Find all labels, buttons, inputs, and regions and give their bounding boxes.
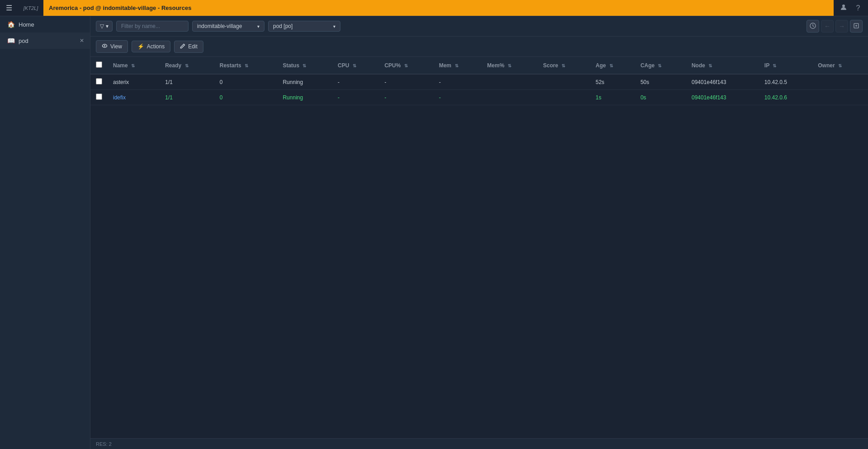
cell-ip: 10.42.0.5: [759, 74, 812, 90]
header-ip[interactable]: IP ⇅: [759, 57, 812, 74]
row-checkbox-0[interactable]: [96, 78, 102, 84]
cell-restarts: 0: [214, 74, 278, 90]
header-score[interactable]: Score ⇅: [538, 57, 590, 74]
toolbar: ▽ ▾ indomitable-village ▾ pod [po] ▾: [90, 16, 868, 37]
profile-icon: [840, 4, 847, 13]
help-button[interactable]: ?: [852, 2, 864, 14]
cell-owner: [812, 90, 868, 105]
cell-name: asterix: [108, 74, 160, 90]
sidebar: 🏠 Home 📖 pod ✕: [0, 16, 90, 449]
sidebar-pod-label: pod: [19, 37, 28, 44]
cell-mem-pct: [482, 74, 538, 90]
cell-cage: 50s: [635, 74, 686, 90]
home-icon: 🏠: [7, 21, 15, 28]
pods-table: Name ⇅ Ready ⇅ Restarts ⇅ Status ⇅ CPU ⇅…: [90, 57, 868, 105]
header-status[interactable]: Status ⇅: [277, 57, 332, 74]
header-mem[interactable]: Mem ⇅: [434, 57, 482, 74]
svg-point-0: [842, 5, 845, 7]
book-icon: 📖: [7, 37, 15, 44]
view-button[interactable]: View: [96, 40, 128, 53]
toolbar-right: ← →: [807, 20, 863, 33]
cell-cpu-pct: -: [379, 74, 434, 90]
cell-cpu-pct: -: [379, 90, 434, 105]
topbar-actions: ?: [834, 2, 868, 14]
actions-button[interactable]: ⚡ Actions: [132, 41, 170, 52]
cell-restarts: 0: [214, 90, 278, 105]
clock-button[interactable]: [807, 20, 819, 33]
edit-icon: [180, 43, 185, 50]
sidebar-home-label: Home: [19, 21, 34, 28]
header-node[interactable]: Node ⇅: [686, 57, 759, 74]
view-icon: [102, 43, 108, 50]
cell-ip: 10.42.0.6: [759, 90, 812, 105]
namespace-dropdown[interactable]: indomitable-village ▾: [192, 21, 264, 32]
cell-mem: -: [434, 90, 482, 105]
cell-node: 09401e46f143: [686, 74, 759, 90]
edit-label: Edit: [188, 43, 198, 50]
forward-button[interactable]: →: [835, 20, 848, 33]
filter-chevron: ▾: [106, 23, 108, 29]
cell-status: Running: [277, 74, 332, 90]
cell-name[interactable]: idefix: [108, 90, 160, 105]
filter-input[interactable]: [116, 21, 189, 32]
table-row: asterix 1/1 0 Running - - - 52s 50s 0940…: [90, 74, 868, 90]
sidebar-item-home[interactable]: 🏠 Home: [0, 16, 90, 33]
cell-cpu: -: [332, 90, 379, 105]
header-age[interactable]: Age ⇅: [590, 57, 635, 74]
select-all-checkbox[interactable]: [96, 61, 102, 68]
svg-point-6: [104, 45, 105, 47]
row-checkbox-1[interactable]: [96, 94, 102, 100]
back-button[interactable]: ←: [821, 20, 834, 33]
row-checkbox-cell[interactable]: [90, 74, 108, 90]
cell-node: 09401e46f143: [686, 90, 759, 105]
filter-toggle-button[interactable]: ▽ ▾: [96, 21, 113, 32]
header-owner[interactable]: Owner ⇅: [812, 57, 868, 74]
table-header-row: Name ⇅ Ready ⇅ Restarts ⇅ Status ⇅ CPU ⇅…: [90, 57, 868, 74]
app-logo: [KT2L]: [18, 5, 43, 11]
cell-ready: 1/1: [160, 90, 214, 105]
namespace-chevron-icon: ▾: [257, 24, 259, 29]
cell-cpu: -: [332, 74, 379, 90]
header-ready[interactable]: Ready ⇅: [160, 57, 214, 74]
profile-button[interactable]: [837, 2, 850, 14]
actions-icon: ⚡: [137, 43, 144, 50]
cell-cage: 0s: [635, 90, 686, 105]
menu-button[interactable]: ☰: [0, 4, 18, 12]
table-container: Name ⇅ Ready ⇅ Restarts ⇅ Status ⇅ CPU ⇅…: [90, 57, 868, 438]
cell-mem-pct: [482, 90, 538, 105]
header-name[interactable]: Name ⇅: [108, 57, 160, 74]
back-icon: ←: [824, 23, 830, 30]
header-mem-pct[interactable]: Mem% ⇅: [482, 57, 538, 74]
clock-icon: [810, 23, 816, 30]
hamburger-icon: ☰: [6, 4, 12, 12]
actions-label: Actions: [147, 43, 165, 50]
table-row: idefix 1/1 0 Running - - - 1s 0s 09401e4…: [90, 90, 868, 105]
statusbar: RES: 2: [90, 438, 868, 449]
app-title: Aremorica - pod @ indomitable-village - …: [43, 0, 834, 16]
header-cage[interactable]: CAge ⇅: [635, 57, 686, 74]
view-label: View: [110, 43, 122, 50]
header-cpu-pct[interactable]: CPU% ⇅: [379, 57, 434, 74]
header-restarts[interactable]: Restarts ⇅: [214, 57, 278, 74]
export-button[interactable]: [850, 20, 863, 33]
row-checkbox-cell[interactable]: [90, 90, 108, 105]
topbar: ☰ [KT2L] Aremorica - pod @ indomitable-v…: [0, 0, 868, 16]
edit-button[interactable]: Edit: [174, 41, 203, 53]
cell-age: 52s: [590, 74, 635, 90]
action-bar: View ⚡ Actions Edit: [90, 37, 868, 57]
header-checkbox-cell[interactable]: [90, 57, 108, 74]
header-cpu[interactable]: CPU ⇅: [332, 57, 379, 74]
resource-dropdown[interactable]: pod [po] ▾: [268, 21, 340, 32]
resource-chevron-icon: ▾: [333, 24, 335, 29]
cell-score: [538, 74, 590, 90]
help-icon: ?: [856, 4, 860, 12]
sidebar-close-button[interactable]: ✕: [78, 37, 85, 44]
cell-mem: -: [434, 74, 482, 90]
cell-status: Running: [277, 90, 332, 105]
main-content: ▽ ▾ indomitable-village ▾ pod [po] ▾: [90, 16, 868, 449]
layout: 🏠 Home 📖 pod ✕ ▽ ▾ indomitable-village ▾…: [0, 16, 868, 449]
sidebar-item-pod[interactable]: 📖 pod ✕: [0, 33, 90, 49]
res-count: RES: 2: [96, 441, 112, 447]
cell-owner: [812, 74, 868, 90]
cell-ready: 1/1: [160, 74, 214, 90]
